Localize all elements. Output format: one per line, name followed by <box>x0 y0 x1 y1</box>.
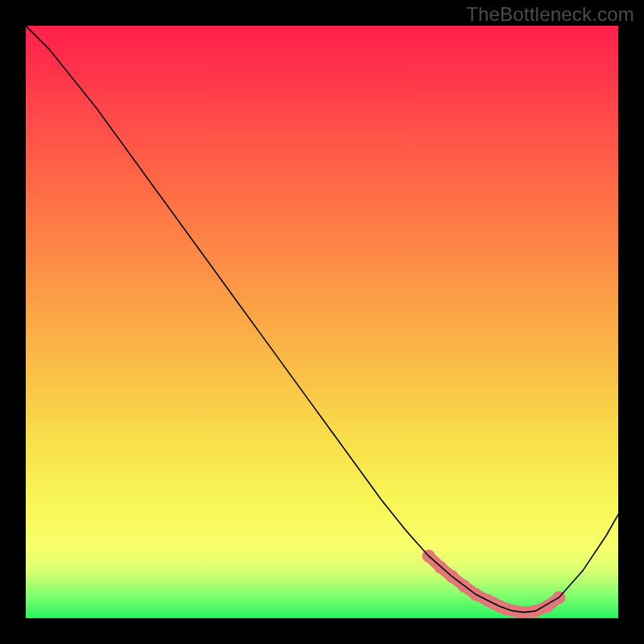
highlight-dots <box>422 550 565 618</box>
highlight-group <box>422 550 565 618</box>
data-curve <box>26 26 618 613</box>
watermark-text: TheBottleneck.com <box>466 3 634 26</box>
plot-area <box>26 26 618 618</box>
chart-frame: TheBottleneck.com <box>0 0 644 644</box>
chart-svg <box>26 26 618 618</box>
